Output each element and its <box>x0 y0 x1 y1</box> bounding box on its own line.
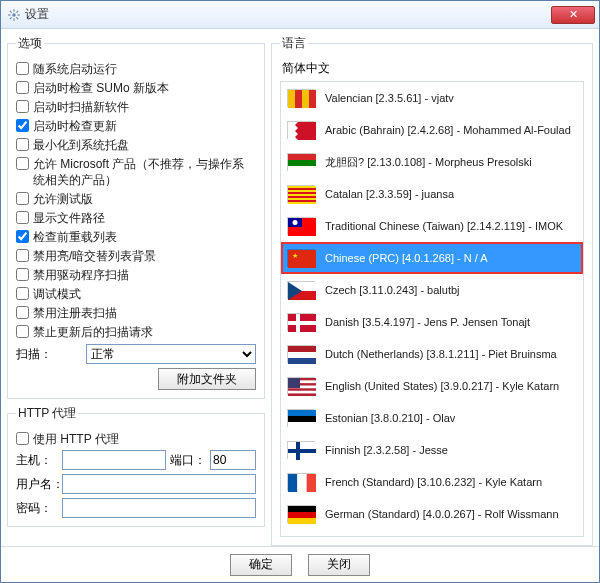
option-row: 允许测试版 <box>16 191 256 207</box>
language-label: Traditional Chinese (Taiwan) [2.14.2.119… <box>325 220 563 232</box>
language-item[interactable]: Valencian [2.3.5.61] - vjatv <box>281 82 583 114</box>
language-item[interactable]: Czech [3.11.0.243] - balutbj <box>281 274 583 306</box>
flag-icon <box>287 441 315 459</box>
option-checkbox[interactable] <box>16 268 29 281</box>
language-label: French (Standard) [3.10.6.232] - Kyle Ka… <box>325 476 542 488</box>
use-http-checkbox[interactable] <box>16 432 29 445</box>
option-label: 启动时检查更新 <box>33 118 117 134</box>
options-fieldset: 选项 随系统启动运行启动时检查 SUMo 新版本启动时扫描新软件启动时检查更新最… <box>7 35 265 399</box>
language-item[interactable]: French (Standard) [3.10.6.232] - Kyle Ka… <box>281 466 583 498</box>
flag-icon <box>287 505 315 523</box>
svg-rect-60 <box>288 518 316 524</box>
user-label: 用户名： <box>16 476 58 493</box>
option-row: 禁用驱动程序扫描 <box>16 267 256 283</box>
option-label: 检查前重载列表 <box>33 229 117 245</box>
language-item[interactable]: Estonian [3.8.0.210] - Olav <box>281 402 583 434</box>
option-label: 禁用注册表扫描 <box>33 305 117 321</box>
option-label: 启动时扫描新软件 <box>33 99 129 115</box>
option-checkbox[interactable] <box>16 119 29 132</box>
host-input[interactable] <box>62 450 166 470</box>
svg-rect-12 <box>309 90 316 108</box>
flag-icon <box>287 89 315 107</box>
option-checkbox[interactable] <box>16 249 29 262</box>
flag-icon <box>287 473 315 491</box>
option-label: 调试模式 <box>33 286 81 302</box>
http-proxy-fieldset: HTTP 代理 使用 HTTP 代理 主机： 端口： 用户名： 密码： <box>7 405 265 527</box>
language-item[interactable]: German (Standard) [4.0.0.267] - Rolf Wis… <box>281 498 583 530</box>
svg-rect-19 <box>288 188 316 190</box>
option-checkbox[interactable] <box>16 157 29 170</box>
language-item[interactable]: English (United States) [3.9.0.217] - Ky… <box>281 370 583 402</box>
cancel-button[interactable]: 关闭 <box>308 554 370 576</box>
language-label: German (Standard) [4.0.0.267] - Rolf Wis… <box>325 508 559 520</box>
svg-rect-21 <box>288 192 316 194</box>
option-row: 启动时扫描新软件 <box>16 99 256 115</box>
pass-label: 密码： <box>16 500 58 517</box>
port-input[interactable] <box>210 450 256 470</box>
flag-icon <box>287 345 315 363</box>
option-checkbox[interactable] <box>16 230 29 243</box>
left-column: 选项 随系统启动运行启动时检查 SUMo 新版本启动时扫描新软件启动时检查更新最… <box>7 35 265 546</box>
svg-rect-22 <box>288 194 316 196</box>
language-item[interactable]: Dutch (Netherlands) [3.8.1.211] - Piet B… <box>281 338 583 370</box>
option-row: 显示文件路径 <box>16 210 256 226</box>
flag-icon: ★ <box>287 249 315 267</box>
option-checkbox[interactable] <box>16 211 29 224</box>
option-checkbox[interactable] <box>16 100 29 113</box>
svg-rect-58 <box>288 506 316 512</box>
option-checkbox[interactable] <box>16 81 29 94</box>
option-label: 显示文件路径 <box>33 210 105 226</box>
svg-text:★: ★ <box>292 252 298 259</box>
svg-rect-47 <box>288 393 316 396</box>
option-label: 禁用亮/暗交替列表背景 <box>33 248 156 264</box>
language-label: Czech [3.11.0.243] - balutbj <box>325 284 460 296</box>
svg-rect-38 <box>288 346 316 352</box>
http-legend: HTTP 代理 <box>16 405 78 422</box>
svg-line-6 <box>16 17 18 19</box>
language-item[interactable]: ★Chinese (PRC) [4.0.1.268] - N / A <box>281 242 583 274</box>
language-label: Danish [3.5.4.197] - Jens P. Jensen Tona… <box>325 316 530 328</box>
language-item[interactable]: Finnish [2.3.2.58] - Jesse <box>281 434 583 466</box>
ok-button[interactable]: 确定 <box>230 554 292 576</box>
option-checkbox[interactable] <box>16 306 29 319</box>
pass-input[interactable] <box>62 498 256 518</box>
language-item[interactable]: Traditional Chinese (Taiwan) [2.14.2.119… <box>281 210 583 242</box>
svg-rect-18 <box>288 186 316 188</box>
language-label: 龙胆囧? [2.13.0.108] - Morpheus Presolski <box>325 155 532 170</box>
language-label: Catalan [2.3.3.59] - juansa <box>325 188 454 200</box>
svg-rect-37 <box>288 321 316 325</box>
option-checkbox[interactable] <box>16 62 29 75</box>
flag-icon <box>287 377 315 395</box>
option-checkbox[interactable] <box>16 192 29 205</box>
flag-icon <box>287 121 315 139</box>
option-checkbox[interactable] <box>16 325 29 338</box>
language-item[interactable]: Arabic (Bahrain) [2.4.2.68] - Mohammed A… <box>281 114 583 146</box>
svg-rect-9 <box>288 90 295 108</box>
options-legend: 选项 <box>16 35 44 52</box>
language-item[interactable]: Danish [3.5.4.197] - Jens P. Jensen Tona… <box>281 306 583 338</box>
svg-rect-59 <box>288 512 316 518</box>
option-label: 最小化到系统托盘 <box>33 137 129 153</box>
scan-select[interactable]: 正常 <box>86 344 256 364</box>
language-item[interactable]: 龙胆囧? [2.13.0.108] - Morpheus Presolski <box>281 146 583 178</box>
flag-icon <box>287 281 315 299</box>
language-item[interactable]: Catalan [2.3.3.59] - juansa <box>281 178 583 210</box>
user-input[interactable] <box>62 474 256 494</box>
titlebar[interactable]: 设置 ✕ <box>1 1 599 29</box>
option-label: 允许测试版 <box>33 191 93 207</box>
flag-icon <box>287 313 315 331</box>
svg-rect-55 <box>288 474 297 492</box>
language-list[interactable]: Valencian [2.3.5.61] - vjatvArabic (Bahr… <box>280 81 584 537</box>
svg-rect-39 <box>288 352 316 358</box>
close-window-button[interactable]: ✕ <box>551 6 595 24</box>
option-label: 禁止更新后的扫描请求 <box>33 324 153 340</box>
content-area: 选项 随系统启动运行启动时检查 SUMo 新版本启动时扫描新软件启动时检查更新最… <box>1 29 599 546</box>
option-checkbox[interactable] <box>16 287 29 300</box>
add-folder-button[interactable]: 附加文件夹 <box>158 368 256 390</box>
flag-icon <box>287 185 315 203</box>
svg-point-29 <box>293 220 298 225</box>
language-item[interactable]: ✡Hebrew [3.13.1.255] - peterg <box>281 530 583 537</box>
option-checkbox[interactable] <box>16 138 29 151</box>
svg-rect-48 <box>288 378 300 388</box>
svg-rect-40 <box>288 358 316 364</box>
